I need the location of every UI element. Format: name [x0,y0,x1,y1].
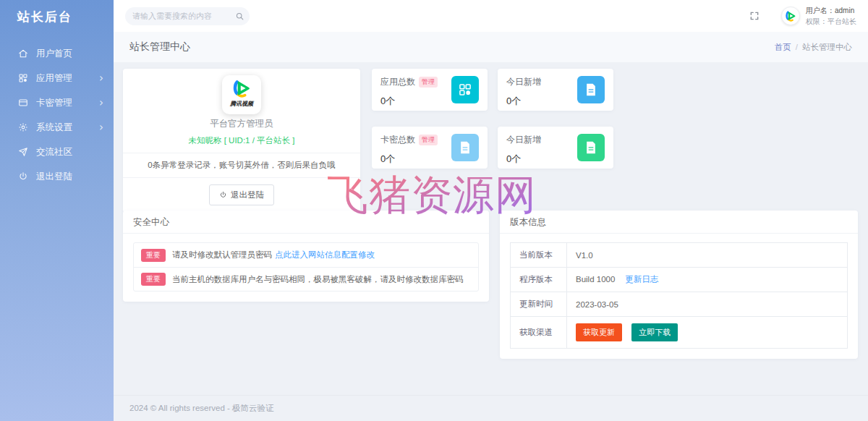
topbar-right: 用户名：admin 权限：平台站长 [749,5,856,27]
sidebar-item-settings[interactable]: 系统设置 › [0,115,114,140]
version-table: 当前版本 V1.0 程序版本 Build 1000更新日志 更新时间 2023-… [510,242,848,349]
logo-caption: 腾讯视频 [222,100,261,108]
page-title: 站长管理中心 [129,41,190,54]
tencent-video-play-icon [230,77,253,99]
stat-label: 卡密总数 [380,134,415,146]
footer: 2024 © All rights reserved - 极简云验证 [114,395,868,421]
manage-badge[interactable]: 管理 [419,77,438,88]
file-icon [577,134,605,161]
avatar[interactable] [781,7,800,25]
row-label: 更新时间 [511,292,567,317]
stat-card-keys-today: 今日新增 0个 [498,127,613,169]
sidebar-item-apps[interactable]: 应用管理 › [0,66,114,90]
card-icon [18,98,28,108]
sidebar-nav: 用户首页 应用管理 › 卡密管理 › 系统设置 › 交流社区 退出登陆 [0,41,114,189]
changelog-link[interactable]: 更新日志 [625,275,658,284]
breadcrumb-current: 站长管理中心 [802,43,852,51]
version-panel: 版本信息 当前版本 V1.0 程序版本 Build 1000更新日志 更新时间 … [500,210,858,359]
alert-text: 当前主机的数据库用户名与密码相同，极易被黑客破解，请及时修改数据库密码 [172,274,464,285]
gear-icon [18,122,28,132]
chevron-right-icon: › [99,98,103,109]
download-now-button[interactable]: 立即下载 [631,323,678,341]
version-panel-title: 版本信息 [500,210,858,234]
row-value: V1.0 [567,243,848,268]
stat-card-apps-today: 今日新增 0个 [498,69,613,111]
stat-label: 今日新增 [506,134,541,146]
username-text: 用户名：admin [806,5,856,16]
search-icon[interactable] [235,12,244,21]
important-badge: 重要 [141,273,166,286]
alert-text: 请及时修改默认管理员密码 [172,250,272,260]
logout-button-label: 退出登陆 [231,190,264,200]
important-badge: 重要 [141,249,166,262]
logout-button[interactable]: 退出登陆 [209,184,274,205]
login-notice: 0条异常登录记录，账号切莫外借，否则后果自负哦 [123,153,360,178]
sidebar-item-community[interactable]: 交流社区 [0,140,114,164]
sidebar-item-home[interactable]: 用户首页 [0,41,114,66]
apps-icon [18,73,28,83]
chevron-right-icon: › [99,73,103,84]
row-label: 获取渠道 [511,317,567,349]
row-label: 当前版本 [511,243,567,268]
table-row: 更新时间 2023-03-05 [511,292,848,317]
app-title: 站长后台 [0,0,114,25]
app-logo: 腾讯视频 [222,75,261,114]
sidebar-item-label: 应用管理 [36,72,99,85]
power-icon [219,191,227,199]
topbar: 用户名：admin 权限：平台站长 [114,0,868,32]
logout-row: 退出登陆 [123,178,360,213]
search-input[interactable] [132,12,235,20]
security-alert-row: 重要 当前主机的数据库用户名与密码相同，极易被黑客破解，请及时修改数据库密码 [134,267,478,291]
chevron-right-icon: › [99,122,103,133]
profile-card: 腾讯视频 平台官方管理员 未知昵称 [ UID:1 / 平台站长 ] 0条异常登… [123,69,360,213]
sidebar-item-label: 用户首页 [36,48,103,60]
sidebar: 站长后台 用户首页 应用管理 › 卡密管理 › 系统设置 › 交流社区 退出登陆 [0,0,114,421]
breadcrumb-home-link[interactable]: 首页 [775,43,791,51]
apps-grid-icon [451,76,479,103]
search-box[interactable] [125,7,250,25]
breadcrumb-separator: / [796,43,798,51]
get-update-button[interactable]: 获取更新 [576,323,622,341]
sidebar-item-label: 系统设置 [36,122,99,134]
send-icon [18,147,28,157]
power-icon [18,171,28,182]
file-icon [451,134,479,161]
sidebar-item-label: 卡密管理 [36,97,99,109]
row-label: 程序版本 [511,268,567,292]
sidebar-item-label: 交流社区 [36,146,103,158]
profile-nickname: 未知昵称 [ UID:1 / 平台站长 ] [123,135,360,153]
table-row: 获取渠道 获取更新 立即下载 [511,317,848,349]
stat-card-keys-total: 卡密总数 管理 0个 [372,127,488,169]
profile-role: 平台官方管理员 [123,118,360,130]
copyright-text: 2024 © All rights reserved - 极简云验证 [129,404,274,412]
manage-badge[interactable]: 管理 [419,135,438,145]
site-config-link[interactable]: 点此进入网站信息配置修改 [275,250,375,260]
row-value: Build 1000 [576,275,615,284]
alert-list: 重要 请及时修改默认管理员密码 点此进入网站信息配置修改 重要 当前主机的数据库… [133,242,479,292]
security-panel-title: 安全中心 [123,210,489,234]
sidebar-item-logout[interactable]: 退出登陆 [0,164,114,189]
stat-card-apps-total: 应用总数 管理 0个 [372,69,488,111]
stat-label: 今日新增 [506,76,541,88]
security-alert-row: 重要 请及时修改默认管理员密码 点此进入网站信息配置修改 [134,243,478,267]
user-role-text: 权限：平台站长 [806,16,856,27]
home-icon [18,48,28,59]
fullscreen-icon[interactable] [749,11,760,21]
user-info: 用户名：admin 权限：平台站长 [806,5,856,27]
breadcrumb: 首页/站长管理中心 [775,42,852,53]
sidebar-item-label: 退出登陆 [36,171,103,183]
row-value: 2023-03-05 [567,292,848,317]
file-icon [577,76,605,103]
table-row: 程序版本 Build 1000更新日志 [511,268,848,292]
stat-label: 应用总数 [380,76,415,88]
security-panel: 安全中心 重要 请及时修改默认管理员密码 点此进入网站信息配置修改 重要 当前主… [123,210,489,302]
sidebar-item-cards[interactable]: 卡密管理 › [0,90,114,115]
page-header: 站长管理中心 首页/站长管理中心 [114,32,868,62]
table-row: 当前版本 V1.0 [511,243,848,268]
